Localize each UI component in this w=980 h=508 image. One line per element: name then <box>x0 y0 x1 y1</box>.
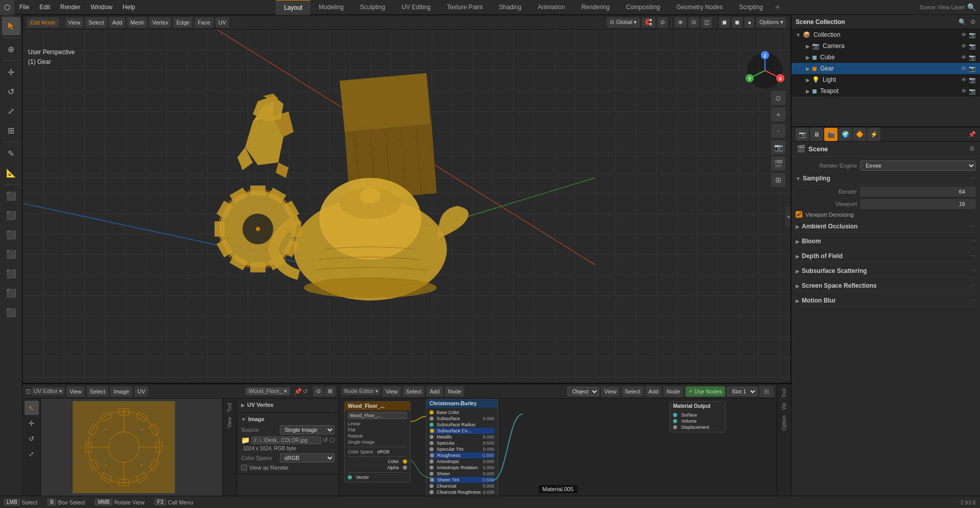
uv-reload-btn[interactable]: ↺ <box>303 388 308 395</box>
inset-btn[interactable]: ⬛ <box>2 225 20 244</box>
image-texture-node[interactable]: Wood_Floor_... Wood_Floor_... Linear Fla… <box>344 401 411 482</box>
knife-btn[interactable]: ⬛ <box>2 284 20 302</box>
view-tab[interactable]: View <box>226 415 233 430</box>
render-engine-dropdown[interactable]: Eevee <box>860 160 976 171</box>
add-cube-btn[interactable]: ⬛ <box>2 187 20 205</box>
cursor-tool-btn[interactable]: ⊕ <box>2 40 20 58</box>
uv-canvas[interactable] <box>41 399 222 496</box>
prop-output-tab[interactable]: 🖥 <box>810 128 823 141</box>
image-header[interactable]: ▼ Image <box>241 416 334 422</box>
zoom-to-fit-btn[interactable]: ⊙ <box>771 91 785 105</box>
bloom-options[interactable]: ⋯ <box>970 238 976 245</box>
sampling-options[interactable]: ⋯ <box>970 175 976 182</box>
dof-header[interactable]: ▶ Depth of Field ⋯ <box>796 250 976 262</box>
uv-zoom-btn[interactable]: ⊞ <box>325 386 336 397</box>
render-preview-btn[interactable]: 🎬 <box>771 156 785 171</box>
menu-edit[interactable]: Edit <box>34 0 55 15</box>
tab-uv-editing[interactable]: UV Editing <box>393 0 439 15</box>
eye-icon-teapot[interactable]: 👁 <box>961 88 967 95</box>
options-btn[interactable]: Options ▾ <box>756 17 786 28</box>
viewport-shading-material[interactable]: ◼ <box>732 17 743 28</box>
viewport-3d-canvas[interactable]: User Perspective (1) Gear <box>23 30 791 383</box>
tab-compositing[interactable]: Compositing <box>618 0 668 15</box>
source-dropdown[interactable]: Single Image <box>280 425 334 434</box>
transform-tool-btn[interactable]: ⊞ <box>2 121 20 140</box>
outliner-settings-btn[interactable]: ⚙ <box>970 18 976 26</box>
node-view-tab[interactable]: Vie <box>780 401 788 412</box>
node-view-btn[interactable]: View <box>383 386 401 397</box>
prop-physics-tab[interactable]: ⚡ <box>867 128 880 141</box>
node-image-selector[interactable]: Wood_Floor_... <box>348 412 407 419</box>
camera-icon-gear[interactable]: 📷 <box>969 65 976 72</box>
zoom-out-btn[interactable]: - <box>771 124 785 138</box>
slot-selector[interactable]: Slot 1 <box>727 387 757 396</box>
poly-build-btn[interactable]: ⬛ <box>2 303 20 321</box>
viewport-vertex-btn[interactable]: Vertex <box>149 17 171 28</box>
uv-select-tool[interactable]: ↖ <box>25 401 39 415</box>
search-icon[interactable]: 🔍 <box>967 3 976 11</box>
pivot-point-btn[interactable]: ⊙ Global ▾ <box>607 17 640 28</box>
camera-icon-teapot[interactable]: 📷 <box>969 88 976 95</box>
uv-pin-btn[interactable]: 📌 <box>294 388 302 395</box>
sss-options[interactable]: ⋯ <box>970 268 976 274</box>
node-zoom-btn[interactable]: ⊞ <box>759 386 774 397</box>
viewport-edge-btn[interactable]: Edge <box>173 17 193 28</box>
uv-rotate-tool[interactable]: ↺ <box>25 431 39 446</box>
camera-icon-sm[interactable]: 📷 <box>969 32 976 38</box>
sampling-header[interactable]: ▼ Sampling ⋯ <box>796 173 976 184</box>
ao-header[interactable]: ▶ Ambient Occlusion ⋯ <box>796 221 976 233</box>
mode-selector-btn[interactable]: Edit Mode <box>27 17 59 28</box>
menu-help[interactable]: Help <box>117 0 140 15</box>
node-node-btn[interactable]: Node <box>445 386 464 397</box>
uv-view-btn[interactable]: View <box>66 386 85 397</box>
light-item[interactable]: ▶ 💡 Light 👁 📷 <box>792 74 980 85</box>
viewport-samples-input[interactable]: 16 <box>860 199 976 209</box>
node-select-btn[interactable]: Select <box>403 386 425 397</box>
node-node-btn2[interactable]: Node <box>663 386 683 397</box>
viewport-shading-rendered[interactable]: ● <box>745 17 754 28</box>
move-tool-btn[interactable]: ✛ <box>2 63 20 81</box>
render-samples-input[interactable]: 64 <box>860 187 976 197</box>
uv-editor-type-btn[interactable]: UV Editor ▾ <box>32 387 64 395</box>
measure-tool-btn[interactable]: 📐 <box>2 164 20 182</box>
uv-image-selector[interactable]: Wood_Floor_ ▾ <box>246 387 290 395</box>
menu-render[interactable]: Render <box>55 0 85 15</box>
menu-window[interactable]: Window <box>85 0 117 15</box>
uv-move-tool[interactable]: ✛ <box>25 416 39 430</box>
external-link-icon[interactable]: ⬡ <box>329 436 334 444</box>
object-mode-selector[interactable]: Object <box>567 387 599 396</box>
tab-scripting[interactable]: Scripting <box>731 0 771 15</box>
tab-layout[interactable]: Layout <box>276 0 310 15</box>
reload-icon[interactable]: ↺ <box>323 436 328 444</box>
tab-rendering[interactable]: Rendering <box>573 0 617 15</box>
collection-item[interactable]: ▼ 📦 Collection 👁 📷 <box>792 29 980 40</box>
ao-options[interactable]: ⋯ <box>970 223 976 230</box>
node-add-btn[interactable]: Add <box>426 386 443 397</box>
annotate-tool-btn[interactable]: ✎ <box>2 144 20 163</box>
viewport-select-btn[interactable]: Select <box>85 17 107 28</box>
viewport-face-btn[interactable]: Face <box>195 17 213 28</box>
extrude-btn[interactable]: ⬛ <box>2 206 20 224</box>
tool-tab[interactable]: Tool <box>226 401 233 414</box>
teapot-item[interactable]: ▶ ◼ Teapot 👁 📷 <box>792 85 980 97</box>
uv-overlay-btn[interactable]: ⊙ <box>313 386 324 397</box>
prop-scene-tab[interactable]: 🎬 <box>824 128 838 141</box>
tab-modeling[interactable]: Modeling <box>310 0 352 15</box>
colorspace-dropdown[interactable]: sRGB <box>280 453 334 463</box>
rotate-tool-btn[interactable]: ↺ <box>2 82 20 101</box>
properties-settings-icon[interactable]: ⚙ <box>969 145 975 152</box>
eye-icon-cube[interactable]: 👁 <box>961 54 967 61</box>
uv-mode-icon[interactable]: ◫ <box>26 388 31 395</box>
camera-icon-light[interactable]: 📷 <box>969 77 976 83</box>
tab-sculpting[interactable]: Sculpting <box>352 0 393 15</box>
camera-icon-cube[interactable]: 📷 <box>969 54 976 61</box>
uv-select-btn[interactable]: Select <box>87 386 109 397</box>
gear-item[interactable]: ▶ ◼ Gear 👁 📷 <box>792 63 980 74</box>
viewport-add-btn[interactable]: Add <box>109 17 126 28</box>
node-select-btn2[interactable]: Select <box>622 386 643 397</box>
bevel-btn[interactable]: ⬛ <box>2 245 20 263</box>
uv-scale-tool[interactable]: ⤢ <box>25 447 39 461</box>
uv-vertex-header[interactable]: ▶ UV Vertex <box>241 402 334 408</box>
tab-texture-paint[interactable]: Texture Paint <box>439 0 491 15</box>
tab-animation[interactable]: Animation <box>530 0 573 15</box>
